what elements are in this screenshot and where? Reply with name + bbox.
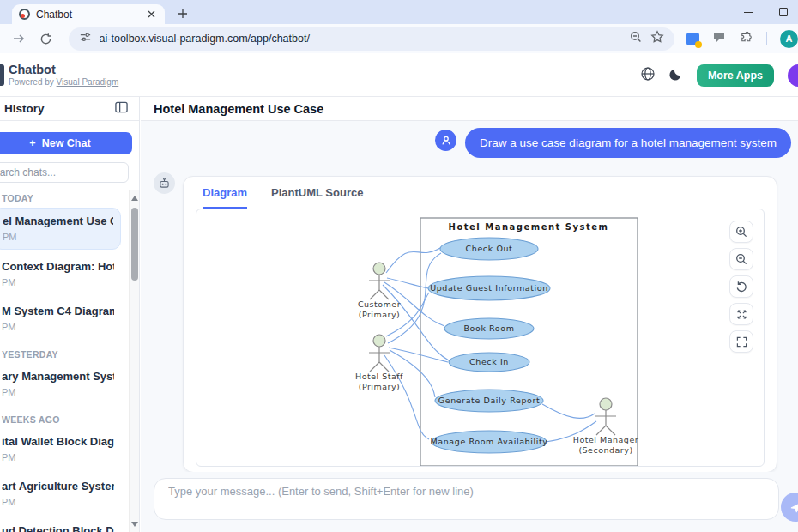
actor-name: Hotel Manager xyxy=(573,435,638,444)
window-minimize-button[interactable] xyxy=(744,12,753,13)
viewer-toolbar xyxy=(729,221,753,353)
more-apps-button[interactable]: More Apps xyxy=(697,64,774,87)
browser-titlebar: Chatbot xyxy=(0,0,798,24)
extension-chat-icon[interactable] xyxy=(712,30,726,47)
chat-history-item[interactable]: Context Diagram: Hotel ... PM xyxy=(0,254,121,294)
tab-favicon xyxy=(19,9,30,20)
language-globe-icon[interactable] xyxy=(640,66,656,85)
scroll-down-arrow[interactable] xyxy=(131,522,138,527)
history-sidebar: History + New Chat TODAY el Management U… xyxy=(0,97,140,532)
extensions-puzzle-icon[interactable] xyxy=(739,30,753,48)
collapse-sidebar-icon[interactable] xyxy=(115,101,128,117)
chat-history-item[interactable]: M System C4 Diagram PM xyxy=(0,299,121,339)
chat-history-item[interactable]: ud Detection Block Diagr... PM xyxy=(0,518,121,532)
browser-tab-chatbot[interactable]: Chatbot xyxy=(12,4,165,24)
app-user-avatar[interactable] xyxy=(788,64,798,87)
chat-main-area: Hotel Management Use Case Draw a use cas… xyxy=(141,97,798,532)
reload-icon[interactable] xyxy=(36,28,57,49)
use-case-diagram: Hotel Management System xyxy=(196,209,765,467)
conversation-title: Hotel Management Use Case xyxy=(154,102,323,116)
history-title: History xyxy=(4,102,45,115)
actor-head xyxy=(600,398,612,410)
app-title: Chatbot xyxy=(9,63,118,76)
extension-docs-icon[interactable] xyxy=(686,33,699,45)
tab-close-icon[interactable] xyxy=(144,8,158,21)
actor-role: (Secondary) xyxy=(578,445,632,455)
scroll-up-arrow[interactable] xyxy=(131,196,138,201)
zoom-out-button[interactable] xyxy=(729,248,753,270)
plus-icon: + xyxy=(29,137,35,149)
new-chat-button[interactable]: + New Chat xyxy=(0,132,132,154)
svg-text:Update Guest Information: Update Guest Information xyxy=(430,283,548,293)
powered-by: Powered by Visual Paradigm xyxy=(9,77,118,87)
app-header: Chatbot Powered by Visual Paradigm More … xyxy=(0,53,798,97)
sidebar-scrollbar[interactable] xyxy=(129,190,139,532)
svg-text:Check Out: Check Out xyxy=(466,244,513,253)
chat-history-item[interactable]: ital Wallet Block Diagram PM xyxy=(0,429,121,469)
search-chats-input[interactable] xyxy=(0,162,129,183)
browser-window: Chatbot ai-toolbox.vis xyxy=(0,0,798,532)
section-label-weeks-ago: WEEKS AGO xyxy=(0,414,125,425)
browser-toolbar: ai-toolbox.visual-paradigm.com/app/chatb… xyxy=(0,24,798,53)
url-text[interactable]: ai-toolbox.visual-paradigm.com/app/chatb… xyxy=(100,33,621,45)
actor-hotel-staff xyxy=(369,335,390,372)
new-tab-button[interactable] xyxy=(173,5,192,22)
svg-text:Check In: Check In xyxy=(469,357,509,366)
composer-area xyxy=(141,472,798,532)
scrollbar-thumb[interactable] xyxy=(131,208,138,281)
send-button[interactable] xyxy=(781,493,798,522)
zoom-out-page-icon[interactable] xyxy=(629,30,643,47)
actor-head xyxy=(373,263,385,275)
bookmark-star-icon[interactable] xyxy=(650,30,664,47)
dark-mode-moon-icon[interactable] xyxy=(669,67,683,84)
actor-customer xyxy=(369,263,390,299)
response-tabs: Diagram PlantUML Source xyxy=(184,177,777,209)
system-title: Hotel Management System xyxy=(449,222,609,232)
site-settings-icon[interactable] xyxy=(79,31,92,47)
chat-history-list: TODAY el Management Use Case PM Context … xyxy=(0,193,125,532)
reset-view-button[interactable] xyxy=(729,275,753,298)
actor-name: Hotel Staff xyxy=(355,372,403,381)
svg-text:Book Room: Book Room xyxy=(463,323,514,333)
tab-plantuml-source[interactable]: PlantUML Source xyxy=(271,186,363,209)
user-message-bubble: Draw a use case diagram for a hotel mana… xyxy=(465,128,791,158)
user-avatar xyxy=(435,130,456,151)
toolbar-divider xyxy=(766,32,767,45)
section-label-yesterday: YESTERDAY xyxy=(0,349,125,360)
browser-profile-avatar[interactable]: A xyxy=(780,30,798,48)
tab-diagram[interactable]: Diagram xyxy=(203,186,247,209)
forward-icon[interactable] xyxy=(9,28,29,49)
diagram-viewer[interactable]: Hotel Management System xyxy=(196,209,765,467)
svg-text:Manage Room Availability: Manage Room Availability xyxy=(430,437,547,446)
chat-history-item[interactable]: ary Management System... PM xyxy=(0,364,121,404)
section-label-today: TODAY xyxy=(0,193,125,203)
fit-view-button[interactable] xyxy=(729,303,753,325)
visual-paradigm-link[interactable]: Visual Paradigm xyxy=(57,77,119,87)
actor-role: (Primary) xyxy=(359,382,401,391)
tab-title: Chatbot xyxy=(36,9,138,21)
bot-avatar xyxy=(154,172,175,194)
response-card: Diagram PlantUML Source Hotel Management… xyxy=(183,176,777,473)
chat-history-item[interactable]: art Agriculture System Ar... PM xyxy=(0,474,121,514)
chat-history-item[interactable]: el Management Use Case PM xyxy=(0,208,121,250)
address-bar[interactable]: ai-toolbox.visual-paradigm.com/app/chatb… xyxy=(69,27,674,51)
window-maximize-button[interactable] xyxy=(779,8,788,16)
actor-head xyxy=(373,335,385,347)
message-input[interactable] xyxy=(154,478,779,520)
fullscreen-button[interactable] xyxy=(729,330,753,353)
svg-text:Generate Daily Report: Generate Daily Report xyxy=(438,396,541,405)
zoom-in-button[interactable] xyxy=(729,221,753,243)
actor-role: (Primary) xyxy=(359,310,401,319)
app-logo xyxy=(0,64,4,86)
actor-name: Customer xyxy=(358,299,401,309)
